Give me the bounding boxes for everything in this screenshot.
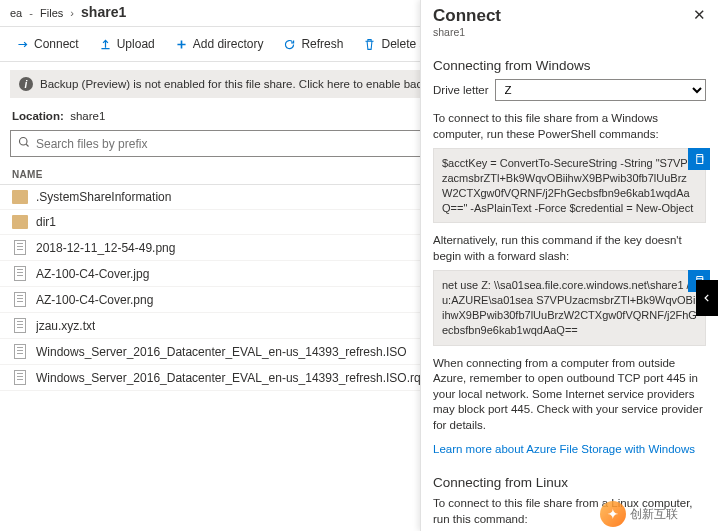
- file-icon: [14, 266, 26, 281]
- section-windows: Connecting from Windows: [433, 58, 706, 73]
- win-desc-1: To connect to this file share from a Win…: [433, 111, 706, 142]
- upload-button[interactable]: Upload: [91, 33, 163, 55]
- breadcrumb-item[interactable]: Files: [40, 7, 63, 19]
- file-name: .SystemShareInformation: [36, 190, 171, 204]
- watermark: ✦ 创新互联: [600, 501, 678, 527]
- side-handle[interactable]: [696, 280, 718, 316]
- connect-panel: Connect share1 ✕ Connecting from Windows…: [420, 0, 718, 531]
- add-directory-button[interactable]: Add directory: [167, 33, 272, 55]
- panel-subtitle: share1: [433, 26, 501, 38]
- section-linux: Connecting from Linux: [433, 475, 706, 490]
- win-desc-3: When connecting from a computer from out…: [433, 356, 706, 434]
- file-name: Windows_Server_2016_Datacenter_EVAL_en-u…: [36, 371, 465, 385]
- info-icon: i: [19, 77, 33, 91]
- connect-button[interactable]: Connect: [8, 33, 87, 55]
- search-icon: [18, 136, 30, 151]
- svg-rect-1: [697, 157, 703, 164]
- file-name: AZ-100-C4-Cover.jpg: [36, 267, 149, 281]
- code-netuse[interactable]: net use Z: \\sa01sea.file.core.windows.n…: [433, 270, 706, 345]
- breadcrumb-current: share1: [81, 4, 126, 20]
- folder-icon: [12, 215, 28, 229]
- drive-letter-select[interactable]: Z: [495, 79, 706, 101]
- file-icon: [14, 292, 26, 307]
- file-name: AZ-100-C4-Cover.png: [36, 293, 153, 307]
- breadcrumb-sep: -: [29, 7, 33, 19]
- win-desc-2: Alternatively, run this command if the k…: [433, 233, 706, 264]
- upload-icon: [99, 38, 112, 51]
- refresh-button[interactable]: Refresh: [275, 33, 351, 55]
- learn-more-link[interactable]: Learn more about Azure File Storage with…: [433, 443, 695, 455]
- code-powershell[interactable]: $acctKey = ConvertTo-SecureString -Strin…: [433, 148, 706, 223]
- trash-icon: [363, 38, 376, 51]
- close-icon[interactable]: ✕: [693, 6, 706, 24]
- chevron-right-icon: ›: [70, 7, 74, 19]
- drive-letter-row: Drive letter Z: [433, 79, 706, 101]
- copy-button[interactable]: [688, 148, 710, 170]
- panel-title: Connect: [433, 6, 501, 26]
- folder-icon: [12, 190, 28, 204]
- refresh-icon: [283, 38, 296, 51]
- file-name: dir1: [36, 215, 56, 229]
- breadcrumb-item[interactable]: ea: [10, 7, 22, 19]
- file-icon: [14, 370, 26, 385]
- file-name: jzau.xyz.txt: [36, 319, 95, 333]
- file-icon: [14, 318, 26, 333]
- file-name: 2018-12-11_12-54-49.png: [36, 241, 175, 255]
- connect-icon: [16, 38, 29, 51]
- watermark-icon: ✦: [600, 501, 626, 527]
- plus-icon: [175, 38, 188, 51]
- file-icon: [14, 240, 26, 255]
- file-name: Windows_Server_2016_Datacenter_EVAL_en-u…: [36, 345, 407, 359]
- svg-point-0: [20, 138, 28, 146]
- file-icon: [14, 344, 26, 359]
- drive-letter-label: Drive letter: [433, 84, 489, 96]
